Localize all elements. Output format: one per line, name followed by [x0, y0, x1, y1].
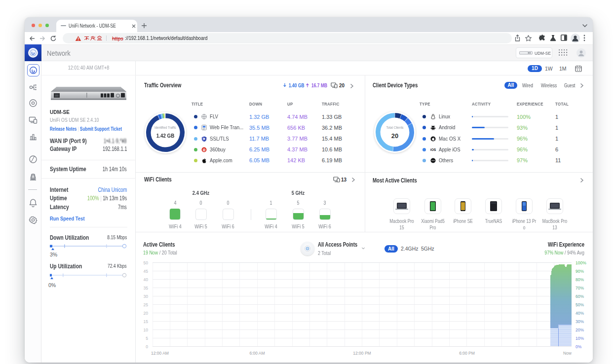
svg-text:iOS: iOS [430, 148, 436, 151]
